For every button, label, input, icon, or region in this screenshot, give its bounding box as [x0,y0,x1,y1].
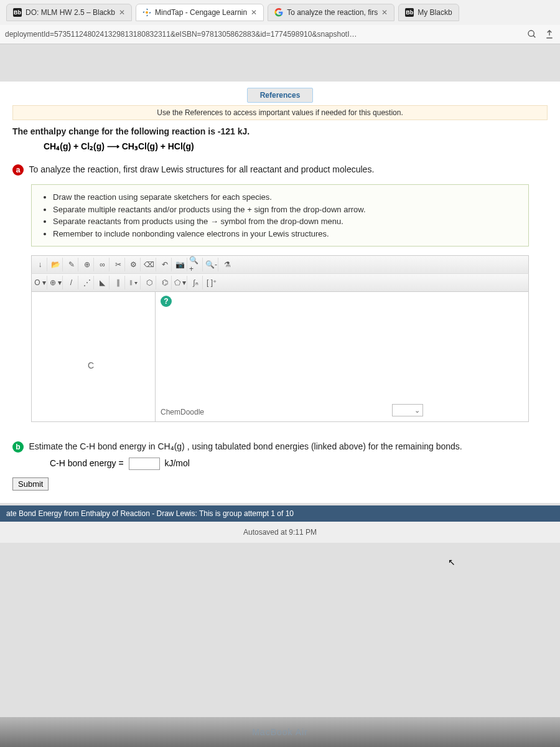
bb-icon: Bb [405,8,414,17]
tool-undo-icon[interactable]: ↶ [158,258,172,271]
question-intro: The enthalpy change for the following re… [12,126,548,136]
tab-label: My Blackb [418,8,452,17]
canvas-atom[interactable]: C [88,360,94,370]
close-icon[interactable]: ✕ [119,8,125,17]
instruction-item: Separate reactants from products using t… [53,215,520,228]
tool-ring-pent-icon[interactable]: ⬠ ▾ [174,276,187,289]
url-bar: deploymentId=573511248024132981318083231… [0,25,560,44]
tool-link-icon[interactable]: ∞ [96,258,110,271]
tool-scissors-icon[interactable]: ✂ [111,258,125,271]
search-icon[interactable] [526,29,538,40]
sketcher-toolbar-1: ↓ 📂 ✎ ⊕ ∞ ✂ ⚙ ⌫ ↶ 📷 🔍+ 🔍- ⚗ [31,255,529,273]
cursor-icon: ↖ [448,557,455,567]
part-b-badge: b [12,441,24,453]
tool-pencil-icon[interactable]: ✎ [65,258,78,271]
part-b-text: Estimate the C-H bond energy in CH₄(g) ,… [29,441,462,451]
tool-flask-icon[interactable]: ⚗ [220,258,234,271]
svg-point-1 [528,31,534,36]
tab-label: To analyze the reaction, firs [287,8,378,17]
share-icon[interactable] [544,29,555,40]
tool-zoomout-icon[interactable]: 🔍- [205,258,218,271]
bond-energy-label: C-H bond energy = [50,458,124,468]
tool-ring-benz-icon[interactable]: ⌬ [158,276,172,289]
tool-zoomin-icon[interactable]: 🔍+ [189,258,203,271]
instruction-item: Separate multiple reactants and/or produ… [53,204,520,216]
sketcher-canvas[interactable]: C [31,291,156,422]
tool-arrow-icon[interactable]: ↓ [34,258,47,271]
references-note: Use the References to access important v… [12,105,548,120]
tab-blackboard-hw[interactable]: Bb DO: MLM HW 2.5 – Blackb ✕ [6,4,132,21]
tool-camera-icon[interactable]: 📷 [174,258,187,271]
svg-point-0 [146,11,148,14]
tool-lasso-icon[interactable]: ⚙ [127,258,141,271]
tool-charge-icon[interactable]: ⊕ ▾ [49,276,63,289]
sketcher-toolbar-2: O ▾ ⊕ ▾ / ⋰ ◣ ∥ ⦀ ▾ ⬡ ⌬ ⬠ ▾ ∫ₙ [ ]⁺ [31,273,529,291]
close-icon[interactable]: ✕ [381,8,388,17]
tool-bond-single-icon[interactable]: / [65,276,78,289]
tool-open-icon[interactable]: 📂 [49,258,63,271]
google-icon [274,8,283,17]
svg-line-2 [533,35,535,37]
cengage-icon [142,8,151,17]
chemdoodle-label: ChemDoodle [161,408,204,416]
tab-blackboard-my[interactable]: Bb My Blackb [398,4,459,21]
autosave-status: Autosaved at 9:11 PM [0,522,560,543]
references-button[interactable]: References [247,88,314,103]
bond-energy-input[interactable] [129,458,160,470]
sketcher-dropdown[interactable]: ⌄ [392,404,423,416]
tool-bracket-icon[interactable]: [ ]⁺ [205,276,218,289]
tool-element-o[interactable]: O ▾ [34,276,47,289]
attempt-footer: ate Bond Energy from Enthalpy of Reactio… [0,505,560,522]
close-icon[interactable]: ✕ [251,8,257,17]
tool-bond-dotted-icon[interactable]: ⋰ [80,276,94,289]
instructions-box: Draw the reaction using separate sketche… [31,184,529,247]
submit-button[interactable]: Submit [12,477,49,491]
tool-bond-wedge-icon[interactable]: ◣ [96,276,110,289]
question-panel: References Use the References to access … [0,82,560,503]
bb-icon: Bb [13,8,22,17]
url-text: deploymentId=573511248024132981318083231… [5,30,520,39]
tool-integral-icon[interactable]: ∫ₙ [189,276,203,289]
part-a-badge: a [12,164,24,176]
sketcher-side-panel[interactable]: ? ChemDoodle ⌄ [156,291,529,422]
tab-google[interactable]: To analyze the reaction, firs ✕ [268,4,394,21]
tab-bar: Bb DO: MLM HW 2.5 – Blackb ✕ MindTap - C… [0,0,560,25]
tool-bond-double-icon[interactable]: ∥ [111,276,125,289]
chemdoodle-sketcher: ↓ 📂 ✎ ⊕ ∞ ✂ ⚙ ⌫ ↶ 📷 🔍+ 🔍- ⚗ O ▾ ⊕ ▾ [31,255,529,422]
tool-ring-hex-icon[interactable]: ⬡ [142,276,156,289]
reaction-equation: CH₄(g) + Cl₂(g) ⟶ CH₃Cl(g) + HCl(g) [44,141,548,151]
part-a-text: To analyze the reaction, first draw Lewi… [29,164,374,174]
tab-label: DO: MLM HW 2.5 – Blackb [26,8,115,17]
instruction-item: Remember to include nonbonding valence e… [53,228,520,240]
tab-mindtap[interactable]: MindTap - Cengage Learnin ✕ [136,4,264,21]
instruction-item: Draw the reaction using separate sketche… [53,191,520,204]
bond-energy-unit: kJ/mol [164,458,189,468]
help-icon[interactable]: ? [161,296,172,307]
tool-bond-triple-icon[interactable]: ⦀ ▾ [127,276,141,289]
tool-target-icon[interactable]: ⊕ [80,258,94,271]
macbook-label: MacBook Air [0,717,560,747]
tool-eraser-icon[interactable]: ⌫ [142,258,156,271]
tab-label: MindTap - Cengage Learnin [155,8,247,17]
